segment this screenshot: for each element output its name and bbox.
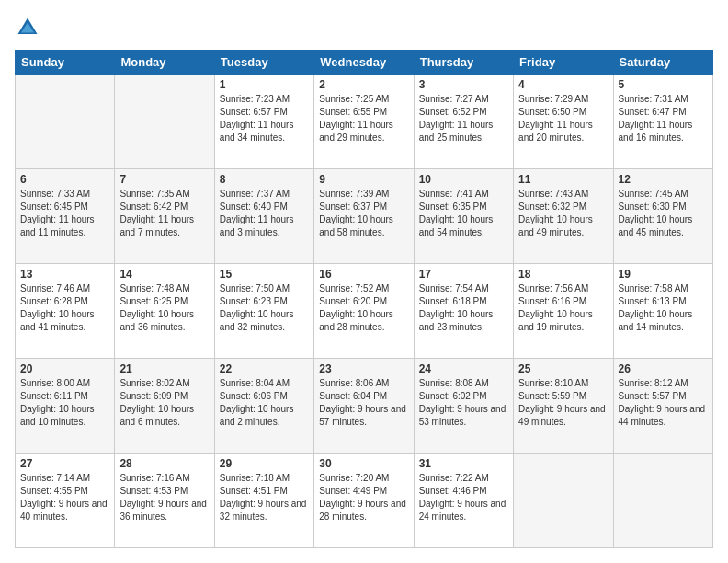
calendar-cell: 10Sunrise: 7:41 AM Sunset: 6:35 PM Dayli… — [414, 169, 513, 264]
calendar-cell: 25Sunrise: 8:10 AM Sunset: 5:59 PM Dayli… — [514, 359, 613, 454]
day-number: 15 — [220, 268, 309, 281]
weekday-header-row: SundayMondayTuesdayWednesdayThursdayFrid… — [16, 51, 713, 75]
day-info: Sunrise: 8:06 AM Sunset: 6:04 PM Dayligh… — [319, 377, 408, 429]
weekday-header-tuesday: Tuesday — [214, 51, 313, 75]
day-info: Sunrise: 8:00 AM Sunset: 6:11 PM Dayligh… — [20, 377, 109, 429]
day-number: 4 — [518, 78, 608, 91]
day-info: Sunrise: 7:35 AM Sunset: 6:42 PM Dayligh… — [119, 188, 209, 239]
calendar-cell: 2Sunrise: 7:25 AM Sunset: 6:55 PM Daylig… — [314, 75, 414, 169]
day-number: 28 — [119, 457, 209, 470]
day-info: Sunrise: 7:14 AM Sunset: 4:55 PM Dayligh… — [20, 472, 109, 523]
day-info: Sunrise: 7:45 AM Sunset: 6:30 PM Dayligh… — [619, 188, 708, 239]
week-row-1: 1Sunrise: 7:23 AM Sunset: 6:57 PM Daylig… — [16, 75, 713, 169]
calendar-cell: 26Sunrise: 8:12 AM Sunset: 5:57 PM Dayli… — [613, 359, 712, 454]
day-number: 20 — [20, 362, 109, 375]
page: SundayMondayTuesdayWednesdayThursdayFrid… — [0, 0, 728, 563]
day-info: Sunrise: 8:12 AM Sunset: 5:57 PM Dayligh… — [619, 377, 708, 429]
calendar-cell: 20Sunrise: 8:00 AM Sunset: 6:11 PM Dayli… — [16, 359, 115, 454]
weekday-header-saturday: Saturday — [613, 51, 712, 75]
day-info: Sunrise: 7:54 AM Sunset: 6:18 PM Dayligh… — [419, 282, 508, 334]
day-info: Sunrise: 7:43 AM Sunset: 6:32 PM Dayligh… — [518, 188, 608, 239]
header — [15, 15, 713, 40]
day-number: 9 — [319, 173, 408, 186]
calendar-cell: 13Sunrise: 7:46 AM Sunset: 6:28 PM Dayli… — [16, 264, 115, 359]
day-number: 7 — [119, 173, 209, 186]
day-info: Sunrise: 7:46 AM Sunset: 6:28 PM Dayligh… — [20, 282, 109, 334]
calendar-cell: 12Sunrise: 7:45 AM Sunset: 6:30 PM Dayli… — [613, 169, 712, 264]
day-info: Sunrise: 7:25 AM Sunset: 6:55 PM Dayligh… — [319, 93, 408, 144]
calendar-cell: 1Sunrise: 7:23 AM Sunset: 6:57 PM Daylig… — [214, 75, 313, 169]
day-number: 13 — [20, 268, 109, 281]
day-info: Sunrise: 7:50 AM Sunset: 6:23 PM Dayligh… — [220, 282, 309, 334]
day-number: 19 — [619, 268, 708, 281]
calendar-cell: 21Sunrise: 8:02 AM Sunset: 6:09 PM Dayli… — [115, 359, 214, 454]
weekday-header-friday: Friday — [514, 51, 613, 75]
calendar-cell: 17Sunrise: 7:54 AM Sunset: 6:18 PM Dayli… — [414, 264, 513, 359]
day-info: Sunrise: 7:23 AM Sunset: 6:57 PM Dayligh… — [220, 93, 309, 144]
calendar-cell — [514, 454, 613, 548]
week-row-3: 13Sunrise: 7:46 AM Sunset: 6:28 PM Dayli… — [16, 264, 713, 359]
day-number: 29 — [220, 457, 309, 470]
weekday-header-thursday: Thursday — [414, 51, 513, 75]
day-number: 30 — [319, 457, 408, 470]
day-info: Sunrise: 8:08 AM Sunset: 6:02 PM Dayligh… — [419, 377, 508, 429]
day-number: 17 — [419, 268, 508, 281]
calendar-cell: 6Sunrise: 7:33 AM Sunset: 6:45 PM Daylig… — [16, 169, 115, 264]
day-info: Sunrise: 7:48 AM Sunset: 6:25 PM Dayligh… — [119, 282, 209, 334]
day-number: 27 — [20, 457, 109, 470]
calendar-cell: 14Sunrise: 7:48 AM Sunset: 6:25 PM Dayli… — [115, 264, 214, 359]
day-number: 1 — [220, 78, 309, 91]
calendar-cell: 30Sunrise: 7:20 AM Sunset: 4:49 PM Dayli… — [314, 454, 414, 548]
day-number: 25 — [518, 362, 608, 375]
day-info: Sunrise: 7:16 AM Sunset: 4:53 PM Dayligh… — [119, 472, 209, 523]
calendar-cell: 24Sunrise: 8:08 AM Sunset: 6:02 PM Dayli… — [414, 359, 513, 454]
calendar-cell: 8Sunrise: 7:37 AM Sunset: 6:40 PM Daylig… — [214, 169, 313, 264]
calendar-cell: 28Sunrise: 7:16 AM Sunset: 4:53 PM Dayli… — [115, 454, 214, 548]
day-number: 3 — [419, 78, 508, 91]
day-info: Sunrise: 8:10 AM Sunset: 5:59 PM Dayligh… — [518, 377, 608, 429]
day-number: 5 — [619, 78, 708, 91]
week-row-5: 27Sunrise: 7:14 AM Sunset: 4:55 PM Dayli… — [16, 454, 713, 548]
day-number: 10 — [419, 173, 508, 186]
weekday-header-sunday: Sunday — [16, 51, 115, 75]
day-info: Sunrise: 7:31 AM Sunset: 6:47 PM Dayligh… — [619, 93, 708, 144]
calendar-cell — [16, 75, 115, 169]
day-number: 31 — [419, 457, 508, 470]
day-number: 6 — [20, 173, 109, 186]
calendar-cell: 9Sunrise: 7:39 AM Sunset: 6:37 PM Daylig… — [314, 169, 414, 264]
calendar-cell: 23Sunrise: 8:06 AM Sunset: 6:04 PM Dayli… — [314, 359, 414, 454]
logo — [15, 15, 44, 40]
day-number: 23 — [319, 362, 408, 375]
calendar-cell: 29Sunrise: 7:18 AM Sunset: 4:51 PM Dayli… — [214, 454, 313, 548]
day-info: Sunrise: 8:04 AM Sunset: 6:06 PM Dayligh… — [220, 377, 309, 429]
weekday-header-monday: Monday — [115, 51, 214, 75]
day-number: 21 — [119, 362, 209, 375]
week-row-2: 6Sunrise: 7:33 AM Sunset: 6:45 PM Daylig… — [16, 169, 713, 264]
calendar-cell: 4Sunrise: 7:29 AM Sunset: 6:50 PM Daylig… — [514, 75, 613, 169]
day-info: Sunrise: 8:02 AM Sunset: 6:09 PM Dayligh… — [119, 377, 209, 429]
day-number: 12 — [619, 173, 708, 186]
day-number: 26 — [619, 362, 708, 375]
calendar-cell: 22Sunrise: 8:04 AM Sunset: 6:06 PM Dayli… — [214, 359, 313, 454]
day-info: Sunrise: 7:33 AM Sunset: 6:45 PM Dayligh… — [20, 188, 109, 239]
day-info: Sunrise: 7:56 AM Sunset: 6:16 PM Dayligh… — [518, 282, 608, 334]
calendar-cell: 7Sunrise: 7:35 AM Sunset: 6:42 PM Daylig… — [115, 169, 214, 264]
day-info: Sunrise: 7:58 AM Sunset: 6:13 PM Dayligh… — [619, 282, 708, 334]
day-info: Sunrise: 7:27 AM Sunset: 6:52 PM Dayligh… — [419, 93, 508, 144]
calendar-cell: 11Sunrise: 7:43 AM Sunset: 6:32 PM Dayli… — [514, 169, 613, 264]
day-info: Sunrise: 7:39 AM Sunset: 6:37 PM Dayligh… — [319, 188, 408, 239]
day-number: 22 — [220, 362, 309, 375]
calendar-cell — [613, 454, 712, 548]
day-number: 16 — [319, 268, 408, 281]
calendar-cell: 27Sunrise: 7:14 AM Sunset: 4:55 PM Dayli… — [16, 454, 115, 548]
calendar-cell: 15Sunrise: 7:50 AM Sunset: 6:23 PM Dayli… — [214, 264, 313, 359]
day-number: 14 — [119, 268, 209, 281]
calendar-cell: 16Sunrise: 7:52 AM Sunset: 6:20 PM Dayli… — [314, 264, 414, 359]
calendar-cell — [115, 75, 214, 169]
calendar-cell: 18Sunrise: 7:56 AM Sunset: 6:16 PM Dayli… — [514, 264, 613, 359]
day-number: 8 — [220, 173, 309, 186]
calendar-cell: 19Sunrise: 7:58 AM Sunset: 6:13 PM Dayli… — [613, 264, 712, 359]
calendar-cell: 3Sunrise: 7:27 AM Sunset: 6:52 PM Daylig… — [414, 75, 513, 169]
logo-icon — [15, 15, 40, 40]
day-info: Sunrise: 7:20 AM Sunset: 4:49 PM Dayligh… — [319, 472, 408, 523]
